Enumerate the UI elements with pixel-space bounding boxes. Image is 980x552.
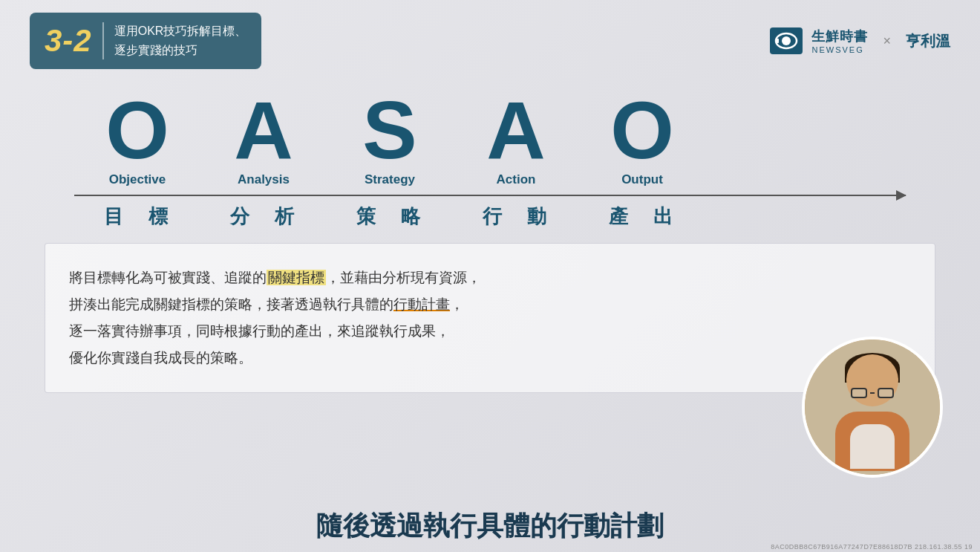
logo-text-block: 生鮮時書 NEWSVEG xyxy=(811,27,868,54)
logo-name: 亨利溫 xyxy=(906,31,950,51)
arrow-line xyxy=(74,195,906,196)
desc-line1-pre: 將目標轉化為可被實踐、追蹤的 xyxy=(69,270,267,285)
desc-line2-highlight: 行動計畫 xyxy=(393,296,450,312)
lesson-number: 3-2 xyxy=(45,23,92,59)
description-box: 將目標轉化為可被實踐、追蹤的關鍵指標，並藉由分析現有資源， 拼湊出能完成關鍵指標… xyxy=(45,243,935,393)
chinese-item-4: 行 動 xyxy=(453,204,579,230)
top-bar: 3-2 運用OKR技巧拆解目標、 逐步實踐的技巧 生鮮時書 NEWSVEG × … xyxy=(0,0,980,82)
zh-label-2: 分 析 xyxy=(230,205,297,227)
chinese-item-5: 產 出 xyxy=(579,204,705,230)
framework-item-A2: A Action xyxy=(453,89,579,187)
lesson-badge: 3-2 運用OKR技巧拆解目標、 逐步實踐的技巧 xyxy=(30,13,261,68)
logo-main: 生鮮時書 xyxy=(811,27,868,45)
zh-label-3: 策 略 xyxy=(356,205,423,227)
lesson-line1: 運用OKR技巧拆解目標、 xyxy=(114,22,247,41)
svg-point-1 xyxy=(782,36,791,45)
eng-label-S: Strategy xyxy=(365,172,415,187)
glasses xyxy=(851,388,894,398)
eng-label-A2: Action xyxy=(497,172,536,187)
lesson-line2: 逐步實踐的技巧 xyxy=(114,41,247,60)
chinese-item-1: 目 標 xyxy=(74,204,200,230)
desc-line1-post: ，並藉由分析現有資源， xyxy=(326,270,481,285)
zh-label-4: 行 動 xyxy=(483,205,549,227)
desc-line1-highlight: 關鍵指標 xyxy=(267,270,326,285)
chinese-item-2: 分 析 xyxy=(200,204,327,230)
logo-x: × xyxy=(883,33,891,49)
inner-shirt xyxy=(850,424,895,469)
person-head xyxy=(846,354,898,406)
letter-O1: O xyxy=(105,89,169,171)
logo-area: 生鮮時書 NEWSVEG × 亨利溫 xyxy=(770,27,950,54)
person-avatar xyxy=(802,337,943,478)
chinese-row: 目 標 分 析 策 略 行 動 產 出 xyxy=(30,204,950,230)
svg-rect-2 xyxy=(776,39,779,43)
zh-label-1: 目 標 xyxy=(104,205,171,227)
framework-item-O1: O Objective xyxy=(74,89,200,187)
letter-A2: A xyxy=(486,89,545,171)
eng-label-A1: Analysis xyxy=(238,172,290,187)
arrow-row xyxy=(30,195,950,196)
person-silhouette xyxy=(805,340,940,475)
framework-letters: O Objective A Analysis S Strategy A Acti… xyxy=(30,89,950,187)
framework-item-A1: A Analysis xyxy=(200,89,327,187)
desc-line2-post: ， xyxy=(450,296,464,312)
logo-icon xyxy=(770,27,803,54)
lesson-divider xyxy=(102,22,104,59)
letter-A1: A xyxy=(234,89,293,171)
slide: 3-2 運用OKR技巧拆解目標、 逐步實踐的技巧 生鮮時書 NEWSVEG × … xyxy=(0,0,980,552)
desc-line1: 將目標轉化為可被實踐、追蹤的關鍵指標，並藉由分析現有資源， xyxy=(69,264,911,291)
desc-line2: 拼湊出能完成關鍵指標的策略，接著透過執行具體的行動計畫， xyxy=(69,291,911,318)
logo-sub: NEWSVEG xyxy=(811,45,868,54)
desc-line2-pre: 拼湊出能完成關鍵指標的策略，接著透過執行具體的 xyxy=(69,296,393,312)
bottom-subtitle: 隨後透過執行具體的行動計劃 xyxy=(0,508,980,545)
framework-item-S: S Strategy xyxy=(327,89,453,187)
eng-label-O2: Output xyxy=(621,172,663,187)
eng-label-O1: Objective xyxy=(109,172,166,187)
video-id: 8AC0DBB8C67B916A77247D7E88618D7B 218.161… xyxy=(771,543,973,551)
letter-O2: O xyxy=(610,89,674,171)
chinese-item-3: 策 略 xyxy=(327,204,453,230)
lesson-text: 運用OKR技巧拆解目標、 逐步實踐的技巧 xyxy=(114,22,247,59)
desc-line3: 逐一落實待辦事項，同時根據行動的產出，來追蹤執行成果， xyxy=(69,318,911,345)
framework-item-O2: O Output xyxy=(579,89,705,187)
desc-line4: 優化你實踐自我成長的策略。 xyxy=(69,345,911,371)
zh-label-5: 產 出 xyxy=(609,205,676,227)
letter-S: S xyxy=(362,89,416,171)
